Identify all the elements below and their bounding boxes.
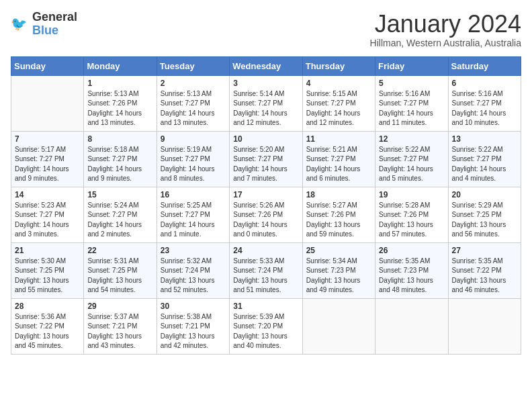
day-number: 15 — [87, 190, 152, 199]
day-info: Sunrise: 5:16 AM Sunset: 7:27 PM Dayligh… — [379, 89, 444, 128]
svg-text:🐦: 🐦 — [11, 15, 28, 31]
day-info: Sunrise: 5:18 AM Sunset: 7:27 PM Dayligh… — [87, 145, 152, 184]
day-number: 27 — [452, 246, 517, 255]
calendar-cell: 9Sunrise: 5:19 AM Sunset: 7:27 PM Daylig… — [157, 131, 229, 187]
calendar-cell: 23Sunrise: 5:32 AM Sunset: 7:24 PM Dayli… — [157, 242, 229, 298]
logo: 🐦 General Blue — [11, 11, 77, 38]
calendar-cell: 13Sunrise: 5:22 AM Sunset: 7:27 PM Dayli… — [448, 131, 521, 187]
day-info: Sunrise: 5:27 AM Sunset: 7:26 PM Dayligh… — [306, 201, 371, 240]
calendar-cell: 4Sunrise: 5:15 AM Sunset: 7:27 PM Daylig… — [302, 75, 375, 131]
day-number: 19 — [379, 190, 444, 199]
day-info: Sunrise: 5:13 AM Sunset: 7:27 PM Dayligh… — [161, 89, 226, 128]
calendar-cell: 20Sunrise: 5:29 AM Sunset: 7:25 PM Dayli… — [448, 187, 521, 242]
day-info: Sunrise: 5:20 AM Sunset: 7:27 PM Dayligh… — [233, 145, 298, 184]
calendar-cell — [302, 298, 375, 354]
day-info: Sunrise: 5:39 AM Sunset: 7:20 PM Dayligh… — [233, 312, 298, 351]
day-number: 31 — [233, 302, 298, 311]
calendar-cell: 3Sunrise: 5:14 AM Sunset: 7:27 PM Daylig… — [230, 75, 302, 131]
day-number: 12 — [379, 134, 444, 144]
calendar-cell: 7Sunrise: 5:17 AM Sunset: 7:27 PM Daylig… — [11, 131, 84, 187]
day-info: Sunrise: 5:14 AM Sunset: 7:27 PM Dayligh… — [233, 89, 298, 128]
calendar-cell: 30Sunrise: 5:38 AM Sunset: 7:21 PM Dayli… — [157, 298, 229, 354]
day-info: Sunrise: 5:32 AM Sunset: 7:24 PM Dayligh… — [161, 257, 226, 295]
day-info: Sunrise: 5:35 AM Sunset: 7:22 PM Dayligh… — [452, 257, 517, 295]
calendar-cell: 8Sunrise: 5:18 AM Sunset: 7:27 PM Daylig… — [84, 131, 157, 187]
day-number: 23 — [161, 246, 226, 255]
calendar-cell: 10Sunrise: 5:20 AM Sunset: 7:27 PM Dayli… — [230, 131, 302, 187]
day-info: Sunrise: 5:17 AM Sunset: 7:27 PM Dayligh… — [15, 145, 80, 184]
logo-text: General Blue — [32, 11, 77, 38]
calendar-cell: 19Sunrise: 5:28 AM Sunset: 7:26 PM Dayli… — [375, 187, 448, 242]
calendar-cell: 1Sunrise: 5:13 AM Sunset: 7:26 PM Daylig… — [84, 75, 157, 131]
calendar-cell: 17Sunrise: 5:26 AM Sunset: 7:26 PM Dayli… — [230, 187, 302, 242]
day-header-saturday: Saturday — [448, 56, 521, 75]
calendar-cell: 11Sunrise: 5:21 AM Sunset: 7:27 PM Dayli… — [302, 131, 375, 187]
day-number: 9 — [161, 134, 226, 144]
calendar-cell: 6Sunrise: 5:16 AM Sunset: 7:27 PM Daylig… — [448, 75, 521, 131]
calendar-cell: 5Sunrise: 5:16 AM Sunset: 7:27 PM Daylig… — [375, 75, 448, 131]
page-header: 🐦 General Blue January 2024 Hillman, Wes… — [11, 11, 521, 48]
calendar-cell: 15Sunrise: 5:24 AM Sunset: 7:27 PM Dayli… — [84, 187, 157, 242]
day-info: Sunrise: 5:28 AM Sunset: 7:26 PM Dayligh… — [379, 201, 444, 240]
day-number: 3 — [233, 79, 298, 88]
calendar-cell: 28Sunrise: 5:36 AM Sunset: 7:22 PM Dayli… — [11, 298, 84, 354]
day-header-thursday: Thursday — [302, 56, 375, 75]
day-header-monday: Monday — [84, 56, 157, 75]
day-info: Sunrise: 5:37 AM Sunset: 7:21 PM Dayligh… — [87, 312, 152, 351]
day-number: 30 — [161, 302, 226, 311]
day-info: Sunrise: 5:33 AM Sunset: 7:24 PM Dayligh… — [233, 257, 298, 295]
day-number: 5 — [379, 79, 444, 88]
day-info: Sunrise: 5:25 AM Sunset: 7:27 PM Dayligh… — [161, 201, 226, 240]
day-number: 16 — [161, 190, 226, 199]
logo-bird-icon: 🐦 — [11, 15, 30, 34]
calendar-cell — [448, 298, 521, 354]
day-info: Sunrise: 5:22 AM Sunset: 7:27 PM Dayligh… — [452, 145, 517, 184]
day-info: Sunrise: 5:31 AM Sunset: 7:25 PM Dayligh… — [87, 257, 152, 295]
day-number: 28 — [15, 302, 80, 311]
day-info: Sunrise: 5:34 AM Sunset: 7:23 PM Dayligh… — [306, 257, 371, 295]
day-info: Sunrise: 5:29 AM Sunset: 7:25 PM Dayligh… — [452, 201, 517, 240]
calendar-title: January 2024 — [370, 11, 521, 38]
day-header-sunday: Sunday — [11, 56, 84, 75]
day-number: 11 — [306, 134, 371, 144]
calendar-cell: 24Sunrise: 5:33 AM Sunset: 7:24 PM Dayli… — [230, 242, 302, 298]
calendar-cell — [375, 298, 448, 354]
calendar-cell: 2Sunrise: 5:13 AM Sunset: 7:27 PM Daylig… — [157, 75, 229, 131]
day-header-friday: Friday — [375, 56, 448, 75]
week-row-2: 7Sunrise: 5:17 AM Sunset: 7:27 PM Daylig… — [11, 131, 521, 187]
day-number: 4 — [306, 79, 371, 88]
calendar-cell: 25Sunrise: 5:34 AM Sunset: 7:23 PM Dayli… — [302, 242, 375, 298]
day-header-wednesday: Wednesday — [230, 56, 302, 75]
calendar-subtitle: Hillman, Western Australia, Australia — [370, 38, 521, 48]
week-row-3: 14Sunrise: 5:23 AM Sunset: 7:27 PM Dayli… — [11, 187, 521, 242]
calendar-cell: 29Sunrise: 5:37 AM Sunset: 7:21 PM Dayli… — [84, 298, 157, 354]
day-info: Sunrise: 5:38 AM Sunset: 7:21 PM Dayligh… — [161, 312, 226, 351]
day-info: Sunrise: 5:35 AM Sunset: 7:23 PM Dayligh… — [379, 257, 444, 295]
day-info: Sunrise: 5:21 AM Sunset: 7:27 PM Dayligh… — [306, 145, 371, 184]
day-number: 24 — [233, 246, 298, 255]
calendar-cell: 14Sunrise: 5:23 AM Sunset: 7:27 PM Dayli… — [11, 187, 84, 242]
day-number: 6 — [452, 79, 517, 88]
week-row-4: 21Sunrise: 5:30 AM Sunset: 7:25 PM Dayli… — [11, 242, 521, 298]
day-number: 8 — [87, 134, 152, 144]
calendar-cell — [11, 75, 84, 131]
calendar-table: SundayMondayTuesdayWednesdayThursdayFrid… — [11, 56, 521, 355]
calendar-cell: 21Sunrise: 5:30 AM Sunset: 7:25 PM Dayli… — [11, 242, 84, 298]
day-number: 26 — [379, 246, 444, 255]
days-header-row: SundayMondayTuesdayWednesdayThursdayFrid… — [11, 56, 521, 75]
day-number: 14 — [15, 190, 80, 199]
day-info: Sunrise: 5:26 AM Sunset: 7:26 PM Dayligh… — [233, 201, 298, 240]
day-number: 18 — [306, 190, 371, 199]
day-number: 25 — [306, 246, 371, 255]
day-info: Sunrise: 5:24 AM Sunset: 7:27 PM Dayligh… — [87, 201, 152, 240]
calendar-cell: 22Sunrise: 5:31 AM Sunset: 7:25 PM Dayli… — [84, 242, 157, 298]
day-number: 2 — [161, 79, 226, 88]
week-row-1: 1Sunrise: 5:13 AM Sunset: 7:26 PM Daylig… — [11, 75, 521, 131]
day-info: Sunrise: 5:16 AM Sunset: 7:27 PM Dayligh… — [452, 89, 517, 128]
calendar-cell: 12Sunrise: 5:22 AM Sunset: 7:27 PM Dayli… — [375, 131, 448, 187]
day-info: Sunrise: 5:13 AM Sunset: 7:26 PM Dayligh… — [87, 89, 152, 128]
day-number: 20 — [452, 190, 517, 199]
day-info: Sunrise: 5:22 AM Sunset: 7:27 PM Dayligh… — [379, 145, 444, 184]
day-number: 7 — [15, 134, 80, 144]
day-number: 22 — [87, 246, 152, 255]
